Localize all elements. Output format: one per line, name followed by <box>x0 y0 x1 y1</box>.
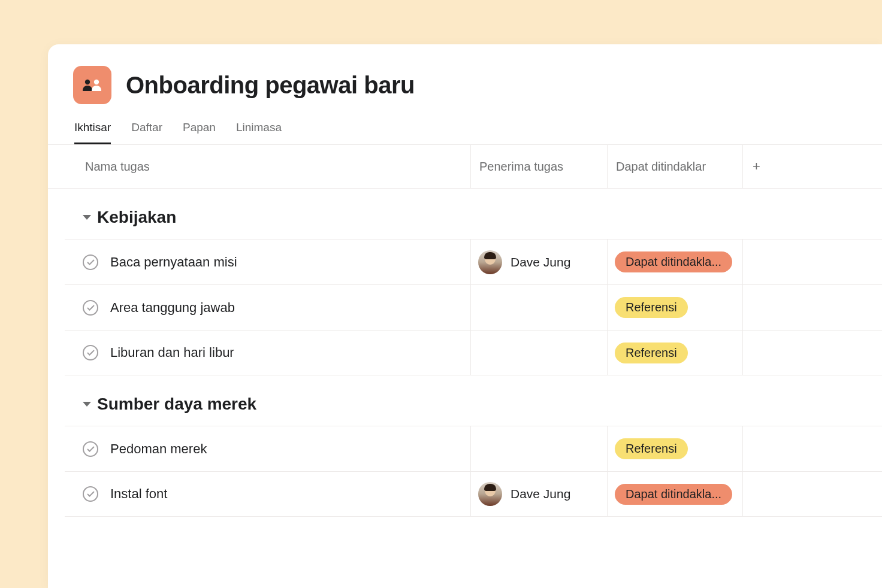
status-cell[interactable]: Referensi <box>608 285 743 330</box>
svg-point-0 <box>85 80 90 84</box>
task-name: Baca pernyataan misi <box>110 254 237 270</box>
tab-list[interactable]: Daftar <box>131 121 162 144</box>
status-cell[interactable]: Referensi <box>608 426 743 471</box>
caret-down-icon <box>83 215 91 220</box>
check-circle-icon[interactable] <box>83 254 98 270</box>
extra-cell[interactable] <box>743 426 882 471</box>
check-circle-icon[interactable] <box>83 345 98 360</box>
section-kebijakan: Kebijakan Baca pernyataan misi Dave Jung… <box>48 189 882 375</box>
task-name: Area tanggung jawab <box>110 300 235 316</box>
project-header: Onboarding pegawai baru Ikhtisar Daftar … <box>48 44 882 144</box>
column-assignee[interactable]: Penerima tugas <box>471 145 608 188</box>
task-name: Instal font <box>110 486 167 502</box>
assignee-cell[interactable]: Dave Jung <box>471 472 608 516</box>
section-header[interactable]: Sumber daya merek <box>48 386 882 426</box>
title-row: Onboarding pegawai baru <box>73 66 857 104</box>
task-name: Pedoman merek <box>110 441 207 457</box>
status-cell[interactable]: Dapat ditindakla... <box>608 240 743 284</box>
tabs: Ikhtisar Daftar Papan Linimasa <box>73 121 857 144</box>
task-row[interactable]: Pedoman merek Referensi <box>65 426 882 471</box>
add-column-button[interactable]: + <box>743 145 882 188</box>
assignee-name: Dave Jung <box>511 487 570 501</box>
column-task-name[interactable]: Nama tugas <box>48 145 471 188</box>
status-badge: Referensi <box>615 343 688 363</box>
assignee-cell[interactable] <box>471 285 608 330</box>
column-status[interactable]: Dapat ditindaklar <box>608 145 743 188</box>
check-circle-icon[interactable] <box>83 300 98 316</box>
task-row[interactable]: Area tanggung jawab Referensi <box>65 284 882 330</box>
assignee-name: Dave Jung <box>511 255 570 269</box>
project-people-icon <box>73 66 111 104</box>
section-title: Sumber daya merek <box>97 395 256 414</box>
status-badge: Referensi <box>615 438 688 459</box>
task-name-cell[interactable]: Pedoman merek <box>65 426 471 471</box>
extra-cell[interactable] <box>743 472 882 516</box>
task-row[interactable]: Instal font Dave Jung Dapat ditindakla..… <box>65 471 882 517</box>
check-circle-icon[interactable] <box>83 441 98 457</box>
assignee-cell[interactable]: Dave Jung <box>471 240 608 284</box>
tab-board[interactable]: Papan <box>183 121 216 144</box>
section-sumber-daya-merek: Sumber daya merek Pedoman merek Referens… <box>48 375 882 517</box>
task-row[interactable]: Baca pernyataan misi Dave Jung Dapat dit… <box>65 239 882 284</box>
extra-cell[interactable] <box>743 285 882 330</box>
assignee-cell[interactable] <box>471 426 608 471</box>
check-circle-icon[interactable] <box>83 486 98 502</box>
task-name: Liburan dan hari libur <box>110 345 234 360</box>
task-name-cell[interactable]: Baca pernyataan misi <box>65 240 471 284</box>
status-badge: Referensi <box>615 297 688 318</box>
status-cell[interactable]: Referensi <box>608 331 743 375</box>
task-row[interactable]: Liburan dan hari libur Referensi <box>65 330 882 375</box>
app-window: Onboarding pegawai baru Ikhtisar Daftar … <box>48 44 882 588</box>
status-cell[interactable]: Dapat ditindakla... <box>608 472 743 516</box>
tab-timeline[interactable]: Linimasa <box>236 121 282 144</box>
section-header[interactable]: Kebijakan <box>48 199 882 239</box>
avatar <box>478 250 502 274</box>
task-name-cell[interactable]: Liburan dan hari libur <box>65 331 471 375</box>
svg-point-1 <box>94 80 99 84</box>
project-title[interactable]: Onboarding pegawai baru <box>126 72 415 99</box>
avatar <box>478 482 502 506</box>
tab-overview[interactable]: Ikhtisar <box>74 121 111 144</box>
task-name-cell[interactable]: Area tanggung jawab <box>65 285 471 330</box>
columns-header: Nama tugas Penerima tugas Dapat ditindak… <box>48 145 882 188</box>
task-name-cell[interactable]: Instal font <box>65 472 471 516</box>
status-badge: Dapat ditindakla... <box>615 251 732 272</box>
assignee-cell[interactable] <box>471 331 608 375</box>
section-title: Kebijakan <box>97 208 176 227</box>
extra-cell[interactable] <box>743 240 882 284</box>
status-badge: Dapat ditindakla... <box>615 484 732 505</box>
caret-down-icon <box>83 402 91 407</box>
extra-cell[interactable] <box>743 331 882 375</box>
